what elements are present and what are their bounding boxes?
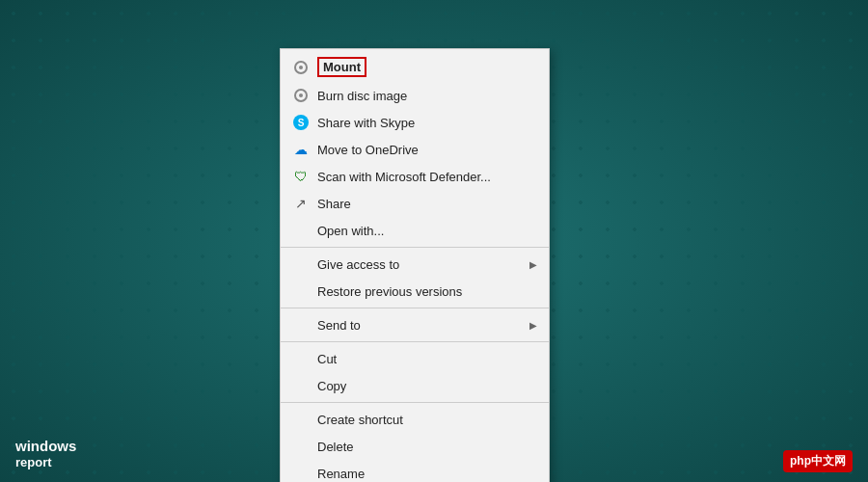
create-shortcut-label: Create shortcut xyxy=(317,413,537,427)
cut-icon xyxy=(292,350,310,367)
menu-item-share[interactable]: ↗ Share xyxy=(281,190,549,217)
watermark-windows: windows xyxy=(15,438,76,455)
share-label: Share xyxy=(317,197,537,211)
send-to-label: Send to xyxy=(317,318,529,333)
copy-label: Copy xyxy=(317,379,537,393)
menu-item-open-with[interactable]: Open with... xyxy=(281,217,549,244)
burn-disc-icon xyxy=(292,87,310,104)
share-icon: ↗ xyxy=(292,195,310,212)
separator-3 xyxy=(281,341,549,342)
rename-label: Rename xyxy=(317,467,537,481)
open-with-icon xyxy=(292,222,310,239)
context-menu: Mount Burn disc image S Share with Skype… xyxy=(280,48,550,482)
watermark-left: windows report xyxy=(15,438,76,470)
restore-versions-label: Restore previous versions xyxy=(317,284,537,299)
scan-defender-label: Scan with Microsoft Defender... xyxy=(317,170,537,184)
give-access-icon xyxy=(292,255,310,273)
menu-item-cut[interactable]: Cut xyxy=(281,345,549,372)
watermark-right: php中文网 xyxy=(783,450,853,472)
mount-label: Mount xyxy=(317,57,366,77)
menu-item-copy[interactable]: Copy xyxy=(281,372,549,399)
send-to-arrow: ▶ xyxy=(529,320,537,331)
cut-label: Cut xyxy=(317,352,537,366)
menu-item-create-shortcut[interactable]: Create shortcut xyxy=(281,406,549,433)
menu-item-scan-defender[interactable]: 🛡 Scan with Microsoft Defender... xyxy=(281,163,549,190)
restore-versions-icon xyxy=(292,282,310,300)
menu-item-restore-versions[interactable]: Restore previous versions xyxy=(281,278,549,305)
menu-item-move-onedrive[interactable]: ☁ Move to OneDrive xyxy=(281,136,549,163)
move-onedrive-label: Move to OneDrive xyxy=(317,143,537,157)
onedrive-icon: ☁ xyxy=(292,141,310,158)
burn-disc-label: Burn disc image xyxy=(317,89,537,103)
share-skype-label: Share with Skype xyxy=(317,116,537,130)
open-with-label: Open with... xyxy=(317,224,537,238)
menu-item-rename[interactable]: Rename xyxy=(281,460,549,482)
separator-1 xyxy=(281,247,549,248)
give-access-arrow: ▶ xyxy=(529,259,537,270)
send-to-icon xyxy=(292,316,310,334)
rename-icon xyxy=(292,465,310,482)
menu-item-give-access[interactable]: Give access to ▶ xyxy=(281,251,549,278)
separator-2 xyxy=(281,308,549,308)
separator-4 xyxy=(281,402,549,403)
menu-item-mount[interactable]: Mount xyxy=(281,52,549,82)
skype-icon: S xyxy=(292,114,310,131)
disc-icon xyxy=(292,59,310,76)
menu-item-share-skype[interactable]: S Share with Skype xyxy=(281,109,549,136)
watermark-report: report xyxy=(15,455,76,470)
menu-item-delete[interactable]: Delete xyxy=(281,433,549,460)
copy-icon xyxy=(292,377,310,394)
defender-icon: 🛡 xyxy=(292,168,310,185)
menu-item-send-to[interactable]: Send to ▶ xyxy=(281,311,549,338)
delete-label: Delete xyxy=(317,440,537,454)
menu-item-burn-disc[interactable]: Burn disc image xyxy=(281,82,549,109)
delete-icon xyxy=(292,438,310,455)
give-access-label: Give access to xyxy=(317,257,529,272)
create-shortcut-icon xyxy=(292,411,310,428)
